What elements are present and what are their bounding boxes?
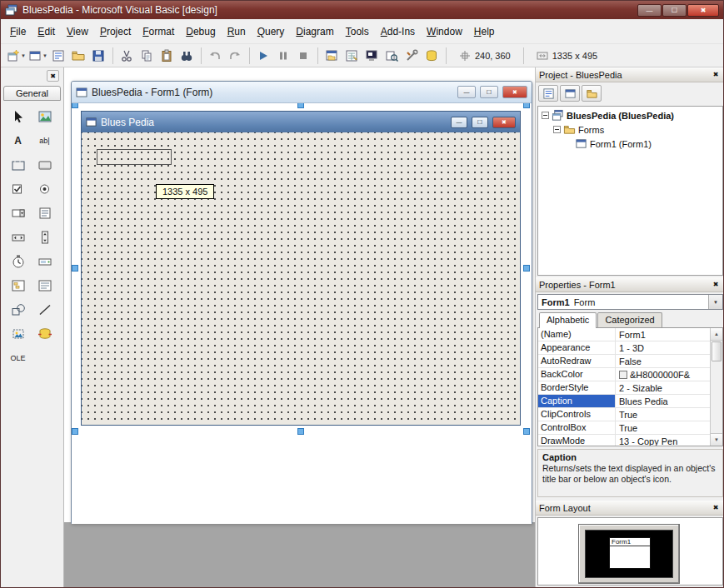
toolbox-button[interactable] — [402, 47, 422, 65]
menu-addins[interactable]: Add-Ins — [375, 22, 421, 40]
expander-minus-icon[interactable] — [542, 112, 549, 119]
add-form-button[interactable]: ▼ — [27, 47, 48, 65]
tool-vscrollbar[interactable] — [33, 227, 57, 247]
tool-checkbox[interactable] — [7, 178, 30, 199]
tool-filelistbox[interactable] — [33, 275, 57, 296]
resize-handle-top-center[interactable] — [297, 103, 304, 108]
properties-window-button[interactable] — [342, 47, 362, 65]
designed-form-body[interactable]: 1335 x 495 — [82, 132, 520, 425]
property-grid-scrollbar[interactable]: ▲ ▼ — [710, 328, 722, 446]
form-layout-header[interactable]: Form Layout ✖ — [536, 501, 724, 516]
designer-titlebar[interactable]: BluesPedia - Form1 (Form) — ☐ ✖ — [72, 82, 532, 103]
form-layout-window-button[interactable] — [362, 47, 382, 65]
data-view-window-button[interactable] — [422, 47, 442, 65]
tree-node-forms-folder[interactable]: Forms — [550, 122, 722, 137]
tool-label[interactable]: A — [7, 130, 30, 151]
cut-button[interactable] — [117, 47, 137, 65]
tool-textbox[interactable]: ab| — [33, 130, 57, 151]
tool-line[interactable] — [33, 299, 57, 320]
close-button[interactable]: ✖ — [687, 4, 719, 17]
tool-frame[interactable] — [7, 154, 30, 175]
tool-drivelistbox[interactable] — [33, 251, 57, 272]
tool-data[interactable] — [33, 323, 57, 344]
tool-picturebox[interactable] — [33, 106, 57, 127]
menu-file[interactable]: File — [4, 22, 32, 40]
project-panel-header[interactable]: Project - BluesPedia ✖ — [536, 67, 724, 82]
end-button[interactable] — [294, 47, 313, 65]
property-row-appearance[interactable]: Appearance 1 - 3D — [538, 341, 710, 355]
designer-minimize-button[interactable]: — — [457, 86, 476, 98]
start-button[interactable] — [254, 47, 273, 65]
resize-handle-mid-right[interactable] — [523, 265, 530, 272]
form-maximize-button[interactable]: ☐ — [472, 117, 488, 128]
tool-shape[interactable] — [7, 299, 30, 320]
combobox-dropdown-button[interactable]: ▼ — [708, 295, 722, 309]
form-minimize-button[interactable]: — — [451, 117, 467, 128]
break-button[interactable] — [274, 47, 293, 65]
property-row-name[interactable]: (Name) Form1 — [538, 328, 710, 341]
menu-edit[interactable]: Edit — [32, 22, 61, 40]
form-designer-window[interactable]: BluesPedia - Form1 (Form) — ☐ ✖ — [71, 81, 532, 524]
property-row-caption[interactable]: Caption Blues Pedia — [538, 395, 710, 408]
menu-format[interactable]: Format — [137, 22, 180, 40]
tab-categorized[interactable]: Categorized — [597, 312, 662, 327]
tool-image[interactable] — [7, 323, 30, 344]
find-button[interactable] — [177, 47, 197, 65]
save-project-button[interactable] — [89, 47, 108, 65]
add-project-button[interactable]: ▼ — [6, 47, 27, 65]
tool-dirlistbox[interactable] — [7, 275, 30, 296]
view-code-button[interactable] — [538, 85, 558, 102]
scroll-up-arrow[interactable]: ▲ — [711, 328, 722, 341]
menu-run[interactable]: Run — [222, 22, 252, 40]
form-layout-close-button[interactable]: ✖ — [710, 502, 722, 513]
scroll-down-arrow[interactable]: ▼ — [711, 433, 722, 446]
menu-help[interactable]: Help — [468, 22, 501, 40]
menu-project[interactable]: Project — [94, 22, 137, 40]
minimize-button[interactable]: — — [637, 4, 662, 17]
property-row-controlbox[interactable]: ControlBox True — [538, 421, 710, 435]
toolbox-tab-general[interactable]: General — [3, 86, 61, 101]
designed-form-titlebar[interactable]: Blues Pedia — ☐ ✖ — [82, 112, 520, 132]
resize-handle-bottom-center[interactable] — [297, 428, 304, 435]
toolbox-close-button[interactable]: ✖ — [47, 70, 59, 82]
resize-handle-bottom-left[interactable] — [72, 428, 78, 435]
project-explorer-button[interactable] — [322, 47, 342, 65]
property-row-clipcontrols[interactable]: ClipControls True — [538, 408, 710, 421]
tree-node-form1[interactable]: Form1 (Form1) — [572, 137, 722, 151]
tool-listbox[interactable] — [33, 202, 57, 223]
redo-button[interactable] — [226, 47, 245, 65]
tab-alphabetic[interactable]: Alphabetic — [539, 312, 597, 328]
tool-pointer[interactable] — [7, 106, 30, 127]
resize-handle-top-right[interactable] — [523, 103, 530, 108]
control-being-drawn[interactable] — [97, 149, 172, 165]
expander-minus-icon[interactable] — [553, 126, 561, 133]
properties-panel-close-button[interactable]: ✖ — [710, 279, 722, 290]
paste-button[interactable] — [157, 47, 177, 65]
tool-commandbutton[interactable] — [33, 154, 57, 175]
view-object-button[interactable] — [560, 85, 580, 102]
menu-diagram[interactable]: Diagram — [290, 22, 339, 40]
resize-handle-bottom-right[interactable] — [523, 428, 530, 435]
designer-close-button[interactable]: ✖ — [502, 86, 527, 98]
resize-handle-mid-left[interactable] — [72, 265, 78, 272]
layout-form-preview[interactable]: Form1 — [609, 537, 651, 569]
property-row-backcolor[interactable]: BackColor &H8000000F& — [538, 368, 710, 381]
menu-view[interactable]: View — [61, 22, 94, 40]
tool-hscrollbar[interactable] — [7, 227, 30, 247]
property-row-autoredraw[interactable]: AutoRedraw False — [538, 355, 710, 368]
form-close-button[interactable]: ✖ — [492, 117, 516, 128]
object-selector-combobox[interactable]: Form1Form ▼ — [537, 294, 723, 310]
menu-editor-button[interactable] — [49, 47, 68, 65]
tree-node-project[interactable]: BluesPedia (BluesPedia) — [538, 108, 722, 122]
copy-button[interactable] — [137, 47, 157, 65]
menu-window[interactable]: Window — [421, 22, 468, 40]
object-browser-button[interactable] — [382, 47, 402, 65]
properties-panel-header[interactable]: Properties - Form1 ✖ — [536, 277, 724, 292]
tool-ole[interactable]: OLE — [7, 347, 30, 368]
menu-query[interactable]: Query — [252, 22, 291, 40]
tool-optionbutton[interactable] — [33, 178, 57, 199]
menu-debug[interactable]: Debug — [180, 22, 221, 40]
scroll-thumb[interactable] — [712, 341, 722, 361]
property-row-borderstyle[interactable]: BorderStyle 2 - Sizable — [538, 381, 710, 395]
menu-tools[interactable]: Tools — [340, 22, 375, 40]
